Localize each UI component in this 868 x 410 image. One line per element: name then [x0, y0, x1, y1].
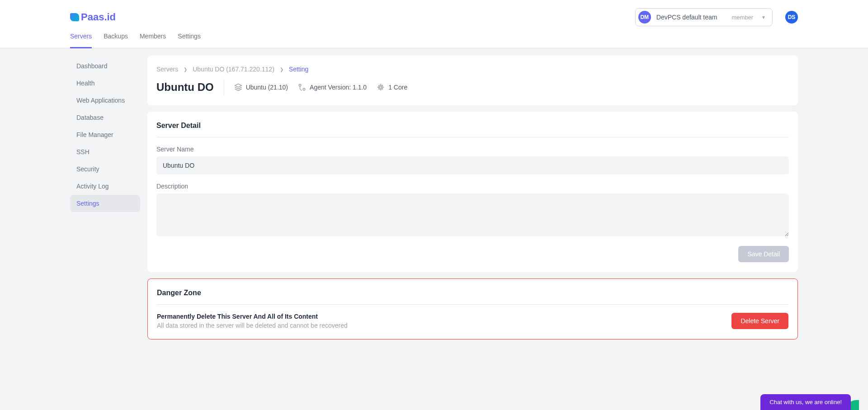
meta-cores: 1 Core [377, 83, 407, 91]
delete-server-button[interactable]: Delete Server [731, 313, 788, 329]
network-icon [298, 83, 306, 91]
svg-marker-0 [235, 84, 241, 88]
meta-os: Ubuntu (21.10) [234, 83, 288, 91]
nav-settings[interactable]: Settings [178, 33, 201, 48]
nav-servers[interactable]: Servers [70, 33, 92, 48]
brand-name: Paas.id [81, 11, 116, 23]
label-description: Description [156, 183, 789, 190]
main-nav: Servers Backups Members Settings [0, 26, 868, 48]
breadcrumb-current: Setting [289, 66, 309, 73]
server-header-card: Servers ❯ Ubuntu DO (167.71.220.112) ❯ S… [147, 56, 798, 105]
save-detail-button[interactable]: Save Detail [738, 246, 789, 262]
danger-subtitle: All data stored in the server will be de… [157, 322, 348, 329]
danger-zone-card: Danger Zone Permanently Delete This Serv… [147, 278, 798, 339]
svg-rect-4 [380, 86, 382, 89]
chevron-right-icon: ❯ [184, 67, 187, 72]
danger-title: Permanently Delete This Server And All o… [157, 313, 348, 320]
team-avatar: DM [638, 11, 651, 24]
nav-members[interactable]: Members [140, 33, 166, 48]
input-server-name[interactable] [156, 156, 789, 174]
nav-backups[interactable]: Backups [104, 33, 128, 48]
separator [224, 79, 224, 95]
section-title-detail: Server Detail [156, 122, 789, 137]
sidebar-item-filemanager[interactable]: File Manager [70, 126, 140, 143]
label-server-name: Server Name [156, 146, 789, 153]
user-avatar[interactable]: DS [785, 11, 798, 24]
meta-agent: Agent Version: 1.1.0 [298, 83, 367, 91]
input-description[interactable] [156, 193, 789, 236]
layers-icon [234, 83, 242, 91]
server-title: Ubuntu DO [156, 81, 214, 94]
section-title-danger: Danger Zone [157, 289, 788, 305]
sidebar-item-dashboard[interactable]: Dashboard [70, 57, 140, 75]
cpu-icon [377, 83, 385, 91]
sidebar-item-settings[interactable]: Settings [70, 195, 140, 212]
chevron-right-icon: ❯ [280, 67, 283, 72]
cloud-icon [70, 13, 79, 21]
breadcrumb-server[interactable]: Ubuntu DO (167.71.220.112) [193, 66, 274, 73]
svg-point-2 [303, 88, 305, 90]
sidebar-item-webapps[interactable]: Web Applications [70, 92, 140, 109]
server-detail-card: Server Detail Server Name Description Sa… [147, 112, 798, 272]
team-selector[interactable]: DM DevPCS default team member ▼ [635, 8, 773, 26]
sidebar-item-security[interactable]: Security [70, 160, 140, 178]
brand-logo[interactable]: Paas.id [70, 11, 116, 23]
sidebar-item-health[interactable]: Health [70, 75, 140, 92]
sidebar-item-database[interactable]: Database [70, 109, 140, 126]
team-role: member [731, 14, 753, 21]
breadcrumb: Servers ❯ Ubuntu DO (167.71.220.112) ❯ S… [156, 66, 789, 73]
sidebar-item-activitylog[interactable]: Activity Log [70, 178, 140, 195]
sidebar: Dashboard Health Web Applications Databa… [70, 56, 140, 396]
sidebar-item-ssh[interactable]: SSH [70, 143, 140, 160]
svg-rect-3 [379, 85, 383, 90]
breadcrumb-root[interactable]: Servers [156, 66, 178, 73]
team-name: DevPCS default team [656, 14, 717, 21]
chat-widget[interactable]: Chat with us, we are online! [760, 394, 851, 410]
svg-point-1 [299, 84, 301, 86]
chevron-down-icon: ▼ [761, 15, 766, 20]
